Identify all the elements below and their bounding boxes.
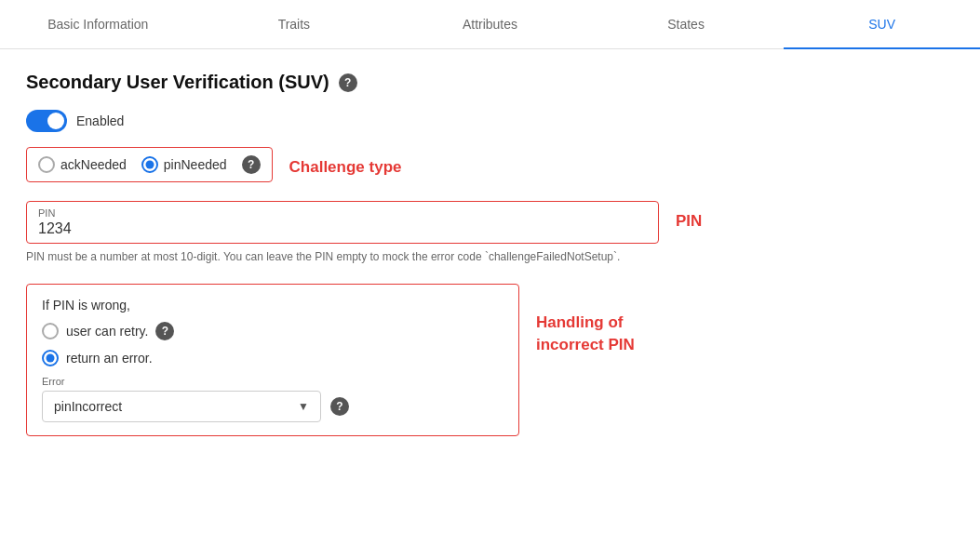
pin-annotation: PIN xyxy=(676,212,702,231)
radio-retry-circle[interactable] xyxy=(42,323,59,339)
radio-retry-row: user can retry. ? xyxy=(42,322,503,340)
radio-error-circle[interactable] xyxy=(42,350,59,366)
incorrect-pin-title: If PIN is wrong, xyxy=(42,298,503,313)
pin-hint: PIN must be a number at most 10-digit. Y… xyxy=(26,249,659,265)
radio-pin-needed-circle xyxy=(141,156,158,173)
error-dropdown-value: pinIncorrect xyxy=(54,399,122,414)
error-dropdown[interactable]: pinIncorrect ▼ xyxy=(42,391,321,422)
incorrect-pin-annotation: Handling ofincorrect PIN xyxy=(536,312,635,356)
radio-ack-needed-circle xyxy=(38,156,55,173)
tab-suv[interactable]: SUV xyxy=(784,0,980,48)
main-content: Secondary User Verification (SUV) ? Enab… xyxy=(0,49,980,459)
radio-pin-needed[interactable]: pinNeeded xyxy=(141,156,227,173)
section-title: Secondary User Verification (SUV) ? xyxy=(26,72,954,93)
section-title-text: Secondary User Verification (SUV) xyxy=(26,72,329,93)
radio-ack-needed[interactable]: ackNeeded xyxy=(38,156,127,173)
title-help-icon[interactable]: ? xyxy=(339,73,357,92)
pin-input-label: PIN xyxy=(38,207,647,219)
pin-input-value[interactable]: 1234 xyxy=(38,220,647,237)
tab-basic-information[interactable]: Basic Information xyxy=(0,0,196,48)
pin-section: PIN 1234 PIN must be a number at most 10… xyxy=(26,201,954,280)
challenge-type-annotation: Challenge type xyxy=(289,158,402,177)
enabled-toggle[interactable] xyxy=(26,110,67,132)
incorrect-pin-box: If PIN is wrong, user can retry. ? retur… xyxy=(26,284,519,436)
pin-input-wrapper: PIN 1234 xyxy=(26,201,659,244)
radio-pin-needed-label: pinNeeded xyxy=(164,157,227,172)
error-dropdown-label: Error xyxy=(42,376,503,387)
dropdown-arrow-icon: ▼ xyxy=(298,400,309,413)
error-dropdown-help-icon[interactable]: ? xyxy=(330,397,349,416)
tab-traits[interactable]: Traits xyxy=(196,0,393,48)
tab-attributes[interactable]: Attributes xyxy=(392,0,588,48)
radio-error-row: return an error. xyxy=(42,350,503,366)
radio-ack-needed-label: ackNeeded xyxy=(60,157,127,172)
tab-bar: Basic Information Traits Attributes Stat… xyxy=(0,0,980,49)
challenge-type-help-icon[interactable]: ? xyxy=(242,155,261,174)
enabled-toggle-row: Enabled xyxy=(26,110,954,132)
error-dropdown-row: pinIncorrect ▼ ? xyxy=(42,391,503,422)
radio-retry-label: user can retry. xyxy=(66,324,148,339)
tab-states[interactable]: States xyxy=(588,0,785,48)
radio-error-label: return an error. xyxy=(66,351,153,366)
enabled-label: Enabled xyxy=(76,113,124,128)
error-dropdown-section: Error pinIncorrect ▼ ? xyxy=(42,376,503,422)
challenge-type-box: ackNeeded pinNeeded ? xyxy=(26,147,273,182)
retry-help-icon[interactable]: ? xyxy=(155,322,174,340)
